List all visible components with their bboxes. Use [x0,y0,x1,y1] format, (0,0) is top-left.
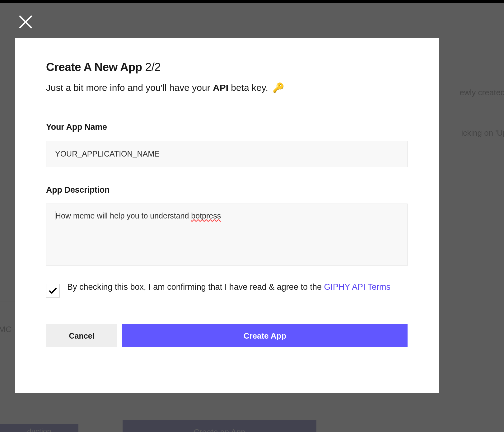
key-icon: 🔑 [273,81,284,94]
checkmark-icon [48,286,58,295]
create-app-modal: Create A New App 2/2 Just a bit more inf… [15,38,439,393]
subtitle-text-pre: Just a bit more info and you'll have you… [46,82,213,93]
app-name-input[interactable] [46,141,408,167]
consent-text: By checking this box, I am confirming th… [67,280,390,294]
modal-title-text: Create A New App [46,61,142,73]
modal-button-row: Cancel Create App [46,324,408,347]
modal-overlay[interactable]: Create A New App 2/2 Just a bit more inf… [0,3,504,432]
subtitle-text-post: beta key. [228,82,268,93]
modal-subtitle: Just a bit more info and you'll have you… [46,81,408,95]
description-text-spellcheck: botpress [191,211,221,220]
modal-title: Create A New App 2/2 [46,61,408,74]
cancel-button[interactable]: Cancel [46,324,117,347]
consent-text-body: By checking this box, I am confirming th… [67,282,324,292]
terms-checkbox[interactable] [46,284,60,298]
app-description-label: App Description [46,185,408,195]
description-text-pre: How meme will help you to understand [55,211,191,220]
consent-row: By checking this box, I am confirming th… [46,280,408,298]
modal-step-indicator: 2/2 [145,61,161,73]
subtitle-text-bold: API [213,82,228,93]
create-app-button[interactable]: Create App [122,324,408,347]
app-name-label: Your App Name [46,122,408,132]
window-top-bar [0,0,504,3]
app-description-input[interactable]: How meme will help you to understand bot… [46,204,408,266]
giphy-api-terms-link[interactable]: GIPHY API Terms [324,282,390,292]
close-icon[interactable] [17,13,34,31]
